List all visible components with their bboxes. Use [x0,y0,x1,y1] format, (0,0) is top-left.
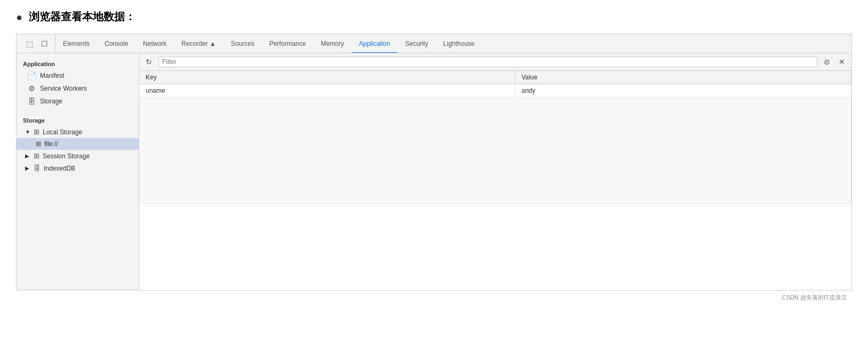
devtools-body: Application 📄 Manifest ⚙ Service Workers… [17,53,851,290]
expand-arrow-icon: ▼ [25,129,30,135]
cell-key: uname [139,84,515,98]
table-header-row: Key Value [139,71,851,84]
tab-security[interactable]: Security [397,35,435,53]
empty-row [139,98,851,204]
tab-recorder[interactable]: Recorder ▲ [174,35,224,53]
footer-text: CSDN @失落的IT流浪汉 [16,290,852,305]
refresh-button[interactable]: ↻ [142,55,155,68]
file-storage-icon: ⊞ [36,140,41,148]
heading-text: 浏览器查看本地数据： [29,10,136,24]
local-storage-icon: ⊞ [34,128,39,136]
manifest-icon: 📄 [27,71,36,80]
cell-value: andy [515,84,851,98]
storage-section-title: Storage [17,114,139,126]
heading-row: ● 浏览器查看本地数据： [16,10,852,24]
tab-sources[interactable]: Sources [224,35,262,53]
tab-performance[interactable]: Performance [262,35,314,53]
column-key: Key [139,71,515,84]
sidebar-item-local-storage[interactable]: ▼ ⊞ Local Storage [17,126,139,138]
storage-icon: 🗄 [27,97,36,106]
indexed-db-icon: 🗄 [34,164,41,172]
table-row[interactable]: uname andy [139,84,851,98]
filter-actions: ⊘ ✕ [821,55,848,68]
app-section-title: Application [17,58,139,69]
cursor-icon[interactable]: ⬚ [23,37,36,50]
tab-application[interactable]: Application [352,35,398,53]
devtools-container: ⬚ ☐ Elements Console Network Recorder ▲ … [16,34,852,290]
filter-bar: ↻ ⊘ ✕ [139,53,851,71]
sidebar-item-storage[interactable]: 🗄 Storage [17,95,139,108]
session-storage-icon: ⊞ [34,152,39,160]
sidebar: Application 📄 Manifest ⚙ Service Workers… [17,53,139,290]
sidebar-item-session-storage[interactable]: ▶ ⊞ Session Storage [17,150,139,162]
sidebar-item-manifest[interactable]: 📄 Manifest [17,69,139,82]
tab-lighthouse[interactable]: Lighthouse [436,35,482,53]
tab-icon-group: ⬚ ☐ [19,34,55,53]
sidebar-item-indexed-db[interactable]: ▶ 🗄 IndexedDB [17,162,139,174]
sidebar-item-file[interactable]: ⊞ file:// [17,138,139,150]
main-content: ↻ ⊘ ✕ [139,53,851,290]
tab-bar: ⬚ ☐ Elements Console Network Recorder ▲ … [17,34,851,53]
tab-console[interactable]: Console [97,35,136,53]
tab-network[interactable]: Network [136,35,174,53]
tab-memory[interactable]: Memory [313,35,351,53]
indexeddb-expand-arrow-icon: ▶ [25,165,30,171]
filter-input[interactable] [162,58,814,66]
inspect-icon[interactable]: ☐ [38,37,51,50]
sidebar-item-service-workers[interactable]: ⚙ Service Workers [17,82,139,95]
session-expand-arrow-icon: ▶ [25,153,30,159]
column-value: Value [515,71,851,84]
filter-input-wrapper[interactable] [158,57,817,67]
service-workers-icon: ⚙ [27,84,36,93]
block-button[interactable]: ⊘ [821,55,833,68]
tab-elements[interactable]: Elements [55,35,97,53]
bullet-point: ● [16,12,22,22]
data-table: Key Value uname andy [139,71,851,290]
close-filter-button[interactable]: ✕ [835,55,848,68]
